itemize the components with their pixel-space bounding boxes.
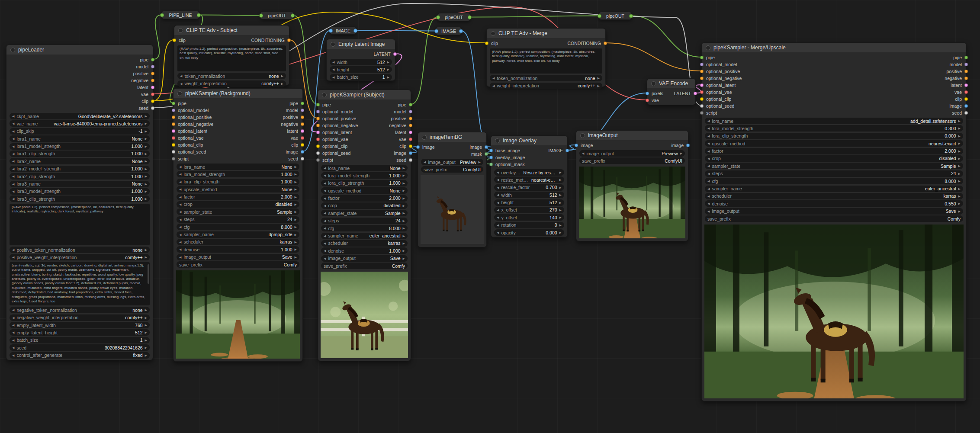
decrement-arrow-icon[interactable]: ◀	[324, 234, 326, 237]
vae-output-port[interactable]	[151, 93, 154, 96]
widget-width[interactable]: ◀width512▶	[330, 59, 392, 65]
optional_vae-input-port[interactable]	[316, 138, 320, 141]
increment-arrow-icon[interactable]: ▶	[479, 160, 481, 164]
widget-upscale_method[interactable]: ◀upscale_methodnearest-exact▶	[705, 140, 963, 147]
decrement-arrow-icon[interactable]: ◀	[707, 142, 710, 145]
overlay_image-input-port[interactable]	[489, 156, 493, 159]
increment-arrow-icon[interactable]: ▶	[145, 115, 147, 118]
decrement-arrow-icon[interactable]: ◀	[179, 248, 181, 251]
script-input-port[interactable]	[316, 158, 320, 162]
decrement-arrow-icon[interactable]: ◀	[324, 242, 326, 245]
increment-arrow-icon[interactable]: ▶	[403, 234, 405, 237]
widget-opacity[interactable]: ◀opacity0.000▶	[494, 229, 564, 236]
increment-arrow-icon[interactable]: ▶	[295, 233, 297, 236]
decrement-arrow-icon[interactable]: ◀	[332, 68, 334, 71]
widget-image_output[interactable]: ◀image_outputSave▶	[321, 255, 408, 262]
image-output-port[interactable]	[409, 151, 412, 155]
increment-arrow-icon[interactable]: ▶	[145, 130, 147, 133]
increment-arrow-icon[interactable]: ▶	[145, 316, 147, 319]
widget-negative_token_normalization[interactable]: ◀negative_token_normalizationnone▶	[10, 307, 150, 313]
increment-arrow-icon[interactable]: ▶	[145, 256, 147, 259]
increment-arrow-icon[interactable]: ▶	[295, 173, 297, 176]
widget-denoise[interactable]: ◀denoise1.000▶	[177, 246, 299, 253]
collapse-dot[interactable]	[580, 133, 585, 138]
decrement-arrow-icon[interactable]: ◀	[497, 178, 499, 181]
widget-lora_model_strength[interactable]: ◀lora_model_strength1.000▶	[321, 172, 408, 179]
optional_clip-input-port[interactable]	[700, 97, 704, 101]
node-vaeEncode[interactable]: VAE EncodepixelsLATENTvae	[647, 78, 696, 105]
widget-sampler_name[interactable]: ◀sampler_nameeuler_ancestral▶	[321, 233, 408, 239]
widget-sampler_name[interactable]: ◀sampler_nameeuler_ancestral▶	[705, 186, 963, 192]
widget-lora3_clip_strength[interactable]: ◀lora3_clip_strength1.000▶	[10, 196, 150, 202]
increment-arrow-icon[interactable]: ▶	[145, 308, 147, 311]
vae-output-port[interactable]	[964, 90, 968, 94]
widget-steps[interactable]: ◀steps24▶	[321, 218, 408, 224]
decrement-arrow-icon[interactable]: ◀	[707, 195, 710, 198]
reroute-node-pipeout[interactable]: pipeOUT	[437, 13, 470, 21]
decrement-arrow-icon[interactable]: ◀	[12, 130, 14, 133]
widget-ckpt_name[interactable]: ◀ckpt_nameGood\deliberate_v2.safetensors…	[10, 113, 150, 119]
widget-upscale_method[interactable]: ◀upscale_methodNone▶	[177, 186, 299, 192]
decrement-arrow-icon[interactable]: ◀	[497, 208, 499, 212]
widget-sampler_state[interactable]: ◀sampler_stateSample▶	[705, 163, 963, 169]
increment-arrow-icon[interactable]: ▶	[559, 186, 562, 189]
increment-arrow-icon[interactable]: ▶	[295, 241, 297, 244]
optional_negative-input-port[interactable]	[316, 124, 320, 127]
node-title-bar[interactable]: CLIP TE Adv - Subject	[174, 26, 289, 35]
node-clipSubject[interactable]: CLIP TE Adv - SubjectclipCONDITIONING(RA…	[174, 25, 289, 86]
widget-weight_interpretation[interactable]: ◀weight_interpretationcomfy++▶	[177, 80, 286, 87]
decrement-arrow-icon[interactable]: ◀	[324, 174, 326, 177]
decrement-arrow-icon[interactable]: ◀	[12, 324, 14, 327]
widget-lora_name[interactable]: ◀lora_nameNone▶	[177, 164, 299, 170]
positive-output-port[interactable]	[301, 115, 304, 119]
pipe-output-port[interactable]	[197, 13, 201, 17]
widget-save_prefix[interactable]: save_prefixComfy	[177, 261, 299, 268]
latent-output-port[interactable]	[151, 86, 154, 89]
node-title-bar[interactable]: pipeKSampler (Subject)	[318, 90, 411, 99]
decrement-arrow-icon[interactable]: ◀	[324, 212, 326, 215]
decrement-arrow-icon[interactable]: ◀	[324, 189, 326, 192]
decrement-arrow-icon[interactable]: ◀	[324, 227, 326, 230]
increment-arrow-icon[interactable]: ▶	[145, 183, 147, 186]
increment-arrow-icon[interactable]: ▶	[403, 212, 405, 215]
clip-output-port[interactable]	[151, 99, 154, 103]
widget-factor[interactable]: ◀factor2.000▶	[321, 195, 408, 202]
increment-arrow-icon[interactable]: ▶	[680, 152, 682, 155]
pipe-input-port[interactable]	[436, 15, 440, 19]
collapse-dot[interactable]	[10, 48, 15, 52]
widget-lora2_name[interactable]: ◀lora2_nameNone▶	[10, 158, 150, 164]
widget-resize_method[interactable]: ◀resize_methodnearest-exact▶	[494, 176, 564, 183]
decrement-arrow-icon[interactable]: ◀	[12, 183, 14, 186]
widget-empty_latent_height[interactable]: ◀empty_latent_height512▶	[10, 329, 150, 336]
seed-output-port[interactable]	[151, 106, 154, 110]
widget-rescale_factor[interactable]: ◀rescale_factor0.700▶	[494, 184, 564, 191]
pipe-output-port[interactable]	[301, 102, 304, 105]
decrement-arrow-icon[interactable]: ◀	[179, 225, 181, 228]
collapse-dot[interactable]	[706, 45, 710, 50]
increment-arrow-icon[interactable]: ▶	[403, 242, 405, 245]
image-output-port[interactable]	[353, 29, 357, 32]
decrement-arrow-icon[interactable]: ◀	[582, 152, 584, 155]
decrement-arrow-icon[interactable]: ◀	[12, 248, 14, 251]
widget-lora1_name[interactable]: ◀lora1_nameNone▶	[10, 135, 150, 142]
image-output-port[interactable]	[301, 150, 304, 154]
widget-lora_clip_strength[interactable]: ◀lora_clip_strength1.000▶	[321, 180, 408, 186]
collapse-dot[interactable]	[495, 138, 500, 143]
increment-arrow-icon[interactable]: ▶	[145, 248, 147, 251]
increment-arrow-icon[interactable]: ▶	[403, 189, 405, 192]
increment-arrow-icon[interactable]: ▶	[958, 210, 961, 213]
optional_latent-input-port[interactable]	[316, 131, 320, 134]
decrement-arrow-icon[interactable]: ◀	[707, 164, 710, 167]
widget-cfg[interactable]: ◀cfg8.000▶	[705, 178, 963, 184]
decrement-arrow-icon[interactable]: ◀	[12, 145, 14, 148]
increment-arrow-icon[interactable]: ▶	[295, 196, 297, 199]
pipe-output-port[interactable]	[629, 14, 633, 18]
clip-output-port[interactable]	[409, 144, 412, 148]
increment-arrow-icon[interactable]: ▶	[145, 324, 147, 327]
widget-lora_clip_strength[interactable]: ◀lora_clip_strength0.000▶	[705, 133, 963, 139]
increment-arrow-icon[interactable]: ▶	[403, 174, 405, 177]
decrement-arrow-icon[interactable]: ◀	[12, 339, 14, 342]
node-clipMerge[interactable]: CLIP TE Adv - MergeclipCONDITIONING(RAW …	[486, 28, 606, 87]
increment-arrow-icon[interactable]: ▶	[295, 188, 297, 191]
increment-arrow-icon[interactable]: ▶	[958, 187, 961, 190]
